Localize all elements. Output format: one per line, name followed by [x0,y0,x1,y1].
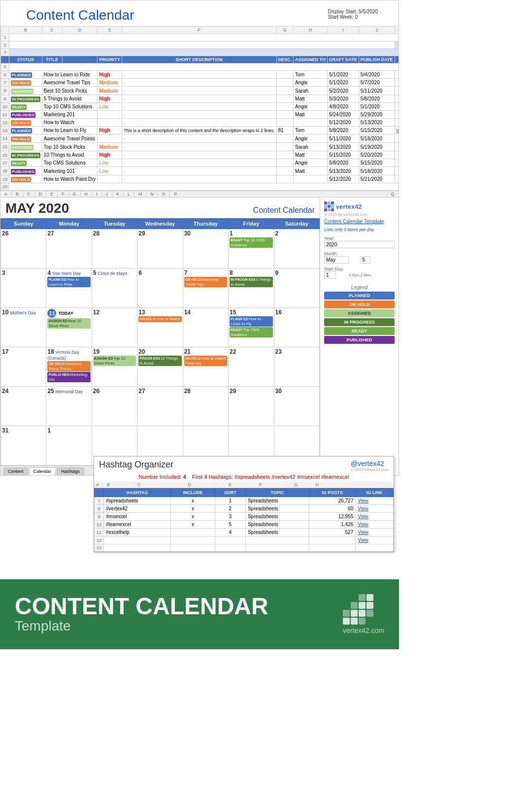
sidebar-month-label: Month: [324,251,359,256]
sidebar-logo: vertex42 [324,201,395,211]
banner-logo: vertex42.com [343,594,384,634]
cal-day: 28 [92,229,137,268]
cal-event: ASSIGN EDTop 10 Stock Picks [93,356,136,366]
cal-header-sun: Sunday [1,219,46,229]
start-week-value: 0 [355,14,358,20]
cal-subtitle: Content Calendar [253,206,315,215]
table-row: 11 PUBLISHED Marketing 201 - Matt 5/24/2… [1,111,399,119]
cal-day: 3 [1,268,46,308]
spreadsheet-section: Content Calendar Display Start: 5/5/2020… [0,0,399,191]
cal-event: ON HOLDAwesome Travel Points [47,361,90,371]
cal-header-fri: Friday [229,219,274,229]
table-row: 7 ON HOLD Awesome Travel Tips Medium - A… [1,79,399,87]
cal-event: IN PROGR ESS5 Things to Avoid [230,277,272,287]
ht-row: 10 #learnexcel x 5 Spreadsheets 1,426 Vi… [95,521,394,529]
cal-day: 9 [274,268,319,308]
sidebar-note: Lists only 3 items per day [324,227,395,232]
ht-table: HASHTAG INCLUDE SORT TOPIC IG POSTS IG L… [94,488,394,552]
cal-day: 27 [137,387,183,426]
cal-day: 2 [274,229,319,268]
ht-row: 11 #excelhelp 4 Spreadsheets 527 View [95,529,394,536]
ht-summary: Number Included: 4 First 4 Hashtags: #sp… [94,473,394,482]
sidebar-year-field: Year: [324,236,395,248]
ht-view-link[interactable]: View [358,530,368,535]
table-row: 18 PUBLISHED Marketing 101 Low - Matt 5/… [1,167,399,175]
ht-col-rownum [95,489,104,497]
cal-day: 14 [183,308,228,347]
sidebar-month-input[interactable] [324,256,349,264]
sidebar-copyright: © 2020 by Vertex42.com [324,212,395,217]
cal-header-tue: Tuesday [92,219,137,229]
cal-event: PUBLIS NEDMarketing 101 [47,372,90,382]
ht-col-topic: TOPIC [245,489,309,497]
hashtag-section: Hashtag Organizer @vertex42 © 2020 Verte… [94,456,394,552]
legend-assigned: ASSIGNED [324,309,395,317]
table-row: 15 ASSIGNED Top 10 Stock Picks Medium - … [1,143,399,151]
cal-event: ON HOLDHow to Watch [138,316,181,322]
table-row: 10 READY Top 10 CMS Solutions Low - Angi… [1,103,399,111]
cal-header-mon: Monday [46,219,92,229]
cal-day: 15 PLANN EDHow to Learn to Fly READYTop … [229,308,274,347]
cal-day: 29 [229,387,274,426]
legend-published: PUBLISHED [324,336,395,344]
ht-row: 7 #spreadsheets x 1 Spreadsheets 26,727 … [95,497,394,505]
calendar-section: MAY 2020 Content Calendar Sunday Monday … [0,198,399,476]
banner-text: CONTENT CALENDAR Template [15,595,268,634]
ht-col-hashtag: HASHTAG [104,489,171,497]
ht-col-igposts: IG POSTS [309,489,356,497]
cal-header-sat: Saturday [274,219,319,229]
ht-row: 9 #msexcel x 3 Spreadsheets 12,955 View [95,513,394,521]
cal-event: READYTop CMS Solutions [230,327,272,337]
cal-day: 26 [1,229,46,268]
cal-day: 7 ON HOLDAwesome Travel Tips [183,268,228,308]
sidebar-template-link[interactable]: Content Calendar Template [324,219,395,224]
cal-day: 6 [137,268,183,308]
legend-onhold: ON HOLD [324,300,395,308]
cal-day: 8 IN PROGR ESS5 Things to Avoid [229,268,274,308]
cal-day: 13 ON HOLDHow to Watch [137,308,183,347]
banner-sub-title: Template [15,618,268,634]
sidebar-year-input[interactable] [324,241,395,248]
cal-day: 25 Memorial Day [46,387,92,426]
table-row: 19 ON HOLD How to Watch Paint Dry - 5/12… [1,175,399,183]
cal-day: 26 [92,387,137,426]
cal-event: ASSIGN EDBest 10 Stock Picks [47,318,90,329]
ht-brand: @vertex42 [351,460,389,467]
sidebar-startday-label: Start Day: [324,266,347,271]
legend-planned: PLANNED [324,292,395,299]
sidebar-startday-input[interactable] [324,271,336,279]
cal-day: 18 Victoria Day (Canada) ON HOLDAwesome … [46,347,92,387]
cal-event: ON HOLDHow to Watch Paint Dry [184,356,227,366]
calendar-header: MAY 2020 Content Calendar [0,198,320,218]
ht-row: 13 [95,544,394,552]
ht-view-link[interactable]: View [358,522,368,527]
start-day-note: 1:Sun,2:Mon [349,271,395,277]
ht-title: Hashtag Organizer [99,460,173,470]
cal-day: 20 PROGR ESS10 Things to Avoid [137,347,183,387]
cal-event: READYTop 10 CMS Solutions [230,237,272,248]
ht-copyright: © 2020 Vertex42.com [351,467,389,472]
sidebar-year-label: Year: [324,236,395,241]
cal-day: 29 [137,229,183,268]
ht-first-hashtags-value: #spreadsheets #vertex42 #msexcel #learne… [234,474,349,480]
ht-view-link[interactable]: View [358,498,368,503]
spreadsheet-title: Content Calendar [6,3,140,25]
ht-view-link[interactable]: View [358,506,368,511]
cal-day: 16 [274,308,319,347]
sidebar-month-num-input[interactable] [361,256,370,264]
sidebar-logo-text: vertex42 [336,203,362,210]
ht-first-hashtags-label: First 4 Hashtags: [192,474,233,480]
ht-view-link[interactable]: View [358,514,368,519]
ht-number-included-label: Number Included: [139,474,182,480]
banner-logo-text: vertex42.com [343,627,384,634]
table-row: 9 IN PROGRESS 5 Things to Avoid High - M… [1,95,399,103]
cal-day: 12 [92,308,137,347]
cal-day: 5 Cinco de Mayo [92,268,137,308]
table-row: 16 IN PROGRESS 10 Things to Avoid High -… [1,151,399,159]
ht-view-link[interactable]: View [358,537,368,543]
cal-day: 1 READYTop 10 CMS Solutions [229,229,274,268]
sidebar-startday-field: Start Day: [324,266,347,279]
cal-event: PROGR ESS10 Things to Avoid [138,356,181,366]
cal-day: 30 [183,229,228,268]
cal-event: PLANN EDHow to Learn to Fly [230,316,272,327]
